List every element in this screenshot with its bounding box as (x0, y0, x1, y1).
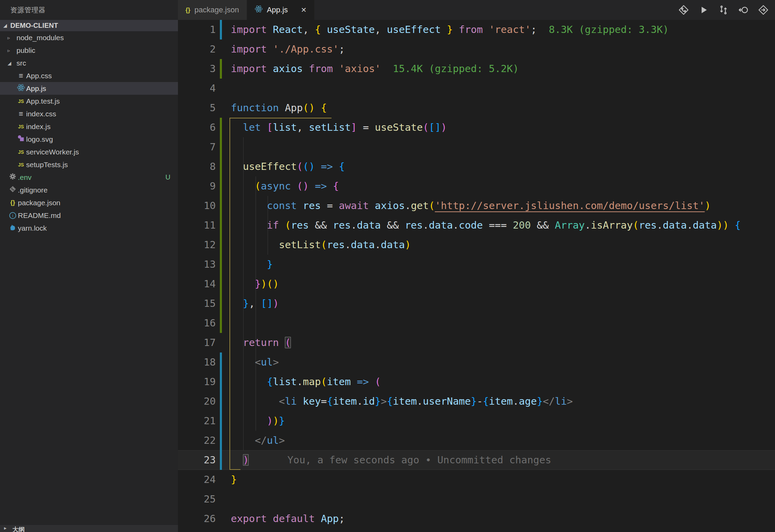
file-row-App.css[interactable]: ≡App.css (0, 69, 178, 82)
open-preview-icon[interactable] (738, 4, 749, 15)
gutter-added-marker[interactable] (220, 313, 222, 333)
code-line-12[interactable]: 12 setList(res.data.data) (178, 235, 775, 255)
gutter-added-marker[interactable] (220, 294, 222, 313)
chevron-right-icon[interactable]: ▹ (8, 48, 16, 53)
code-line-23[interactable]: 23 )You, a few seconds ago • Uncommitted… (178, 450, 775, 470)
line-number[interactable]: 17 (178, 333, 216, 352)
line-number[interactable]: 18 (178, 352, 216, 372)
code-line-25[interactable]: 25 (178, 489, 775, 509)
project-header[interactable]: ◢ DEMO-CLIENT (0, 20, 178, 31)
gutter-added-marker[interactable] (220, 274, 222, 294)
file-row-serviceWorker.js[interactable]: JSserviceWorker.js (0, 146, 178, 158)
chevron-down-icon[interactable]: ◢ (0, 23, 10, 28)
close-icon[interactable]: ✕ (301, 6, 307, 14)
gutter-modified-marker[interactable] (220, 392, 222, 411)
line-number[interactable]: 2 (178, 39, 216, 59)
tab-App-js[interactable]: App.js✕ (247, 0, 314, 20)
code-line-2[interactable]: 2import './App.css'; (178, 39, 775, 59)
gutter-added-marker[interactable] (220, 118, 222, 137)
gutter-added-marker[interactable] (220, 255, 222, 274)
line-number[interactable]: 11 (178, 216, 216, 235)
code-editor[interactable]: 1import React, { useState, useEffect } f… (178, 20, 775, 532)
line-number[interactable]: 6 (178, 118, 216, 137)
line-number[interactable]: 16 (178, 313, 216, 333)
code-line-3[interactable]: 3import axios from 'axios' 15.4K (gzippe… (178, 59, 775, 79)
line-number[interactable]: 15 (178, 294, 216, 313)
code-line-19[interactable]: 19 {list.map(item => ( (178, 372, 775, 392)
git-diff-icon[interactable] (758, 4, 769, 15)
line-number[interactable]: 24 (178, 470, 216, 489)
file-row-index.js[interactable]: JSindex.js (0, 120, 178, 133)
chevron-right-icon[interactable]: ▸ (4, 525, 12, 531)
file-row-README.md[interactable]: iREADME.md (0, 209, 178, 222)
line-number[interactable]: 20 (178, 392, 216, 411)
line-number[interactable]: 8 (178, 157, 216, 176)
gutter-modified-marker[interactable] (220, 431, 222, 450)
code-line-4[interactable]: 4 (178, 79, 775, 98)
line-number[interactable]: 12 (178, 235, 216, 255)
folder-row-node_modules[interactable]: ▹node_modules (0, 31, 178, 44)
git-compare-icon[interactable] (678, 4, 689, 15)
code-line-9[interactable]: 9 (async () => { (178, 176, 775, 196)
file-row-.env[interactable]: .envU (0, 171, 178, 184)
gutter-modified-marker[interactable] (220, 352, 222, 372)
gutter-added-marker[interactable] (220, 235, 222, 255)
line-number[interactable]: 1 (178, 20, 216, 39)
line-number[interactable]: 26 (178, 509, 216, 529)
file-row-.gitignore[interactable]: .gitignore (0, 184, 178, 196)
code-line-17[interactable]: 17 return ( (178, 333, 775, 352)
run-icon[interactable] (698, 4, 709, 15)
line-number[interactable]: 21 (178, 411, 216, 431)
gutter-added-marker[interactable] (220, 176, 222, 196)
code-line-26[interactable]: 26export default App; (178, 509, 775, 529)
tab-package-json[interactable]: {}package.json (178, 0, 247, 20)
line-number[interactable]: 25 (178, 489, 216, 509)
code-line-16[interactable]: 16 (178, 313, 775, 333)
line-number[interactable]: 4 (178, 79, 216, 98)
folder-row-src[interactable]: ◢src (0, 57, 178, 69)
line-number[interactable]: 23 (178, 450, 216, 470)
gutter-modified-marker[interactable] (220, 372, 222, 392)
gutter-added-marker[interactable] (220, 216, 222, 235)
code-line-10[interactable]: 10 const res = await axios.get('http://s… (178, 196, 775, 216)
gutter-modified-marker[interactable] (220, 20, 222, 39)
code-line-7[interactable]: 7 (178, 137, 775, 157)
file-row-App.js[interactable]: App.js (0, 82, 178, 95)
line-number[interactable]: 9 (178, 176, 216, 196)
chevron-right-icon[interactable]: ▹ (8, 35, 16, 41)
gutter-added-marker[interactable] (220, 157, 222, 176)
gutter-added-marker[interactable] (220, 59, 222, 79)
line-number[interactable]: 3 (178, 59, 216, 79)
file-row-package.json[interactable]: {}package.json (0, 196, 178, 209)
code-line-21[interactable]: 21 ))} (178, 411, 775, 431)
line-number[interactable]: 14 (178, 274, 216, 294)
line-number[interactable]: 19 (178, 372, 216, 392)
line-number[interactable]: 5 (178, 98, 216, 118)
code-line-20[interactable]: 20 <li key={item.id}>{item.userName}-{it… (178, 392, 775, 411)
gutter-modified-marker[interactable] (220, 450, 222, 470)
code-line-1[interactable]: 1import React, { useState, useEffect } f… (178, 20, 775, 39)
gutter-added-marker[interactable] (220, 137, 222, 157)
code-line-11[interactable]: 11 if (res && res.data && res.data.code … (178, 216, 775, 235)
file-row-index.css[interactable]: ≡index.css (0, 107, 178, 120)
code-line-14[interactable]: 14 })() (178, 274, 775, 294)
gutter-added-marker[interactable] (220, 196, 222, 216)
gutter-modified-marker[interactable] (220, 411, 222, 431)
code-line-24[interactable]: 24} (178, 470, 775, 489)
file-row-yarn.lock[interactable]: yarn.lock (0, 222, 178, 234)
code-line-5[interactable]: 5function App() { (178, 98, 775, 118)
code-line-6[interactable]: 6 let [list, setList] = useState([]) (178, 118, 775, 137)
line-number[interactable]: 22 (178, 431, 216, 450)
code-line-13[interactable]: 13 } (178, 255, 775, 274)
chevron-down-icon[interactable]: ◢ (8, 60, 16, 66)
file-row-logo.svg[interactable]: logo.svg (0, 133, 178, 146)
line-number[interactable]: 7 (178, 137, 216, 157)
line-number[interactable]: 13 (178, 255, 216, 274)
file-row-App.test.js[interactable]: JSApp.test.js (0, 95, 178, 107)
folder-row-public[interactable]: ▹public (0, 44, 178, 57)
switch-revisions-icon[interactable] (718, 4, 729, 15)
code-line-15[interactable]: 15 }, []) (178, 294, 775, 313)
file-row-setupTests.js[interactable]: JSsetupTests.js (0, 158, 178, 171)
code-line-8[interactable]: 8 useEffect(() => { (178, 157, 775, 176)
code-line-18[interactable]: 18 <ul> (178, 352, 775, 372)
